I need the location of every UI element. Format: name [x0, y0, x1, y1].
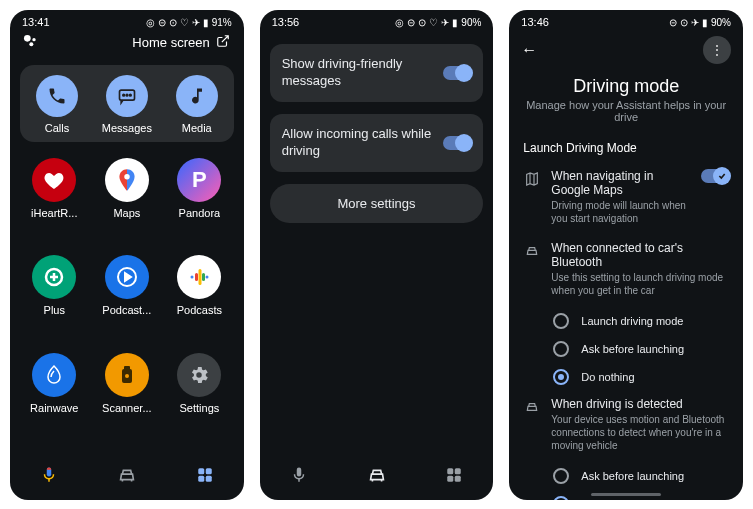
- app-plus[interactable]: Plus: [20, 255, 89, 344]
- app-settings[interactable]: Settings: [165, 353, 234, 442]
- map-icon: [523, 169, 541, 187]
- nav-apps[interactable]: [441, 462, 467, 488]
- heart-icon: [32, 158, 76, 202]
- svg-marker-10: [125, 273, 131, 281]
- option-driving-detected: When driving is detected Your device use…: [509, 391, 743, 462]
- podcast-icon: [105, 255, 149, 299]
- nav-mic[interactable]: [36, 462, 62, 488]
- app-podcast-addict[interactable]: Podcast...: [93, 255, 162, 344]
- top-bar: ← ⋮: [509, 30, 743, 70]
- header-row[interactable]: Home screen: [10, 30, 244, 59]
- status-time: 13:46: [521, 16, 549, 28]
- toggle-on[interactable]: [443, 66, 471, 80]
- svg-point-4: [123, 94, 125, 96]
- page-title: Driving mode: [509, 70, 743, 99]
- pandora-icon: P: [177, 158, 221, 202]
- app-maps[interactable]: Maps: [93, 158, 162, 247]
- quick-calls[interactable]: Calls: [36, 75, 78, 134]
- rain-icon: [32, 353, 76, 397]
- header-title: Home screen: [132, 35, 209, 50]
- quick-row: Calls Messages Media: [20, 65, 234, 142]
- app-google-podcasts[interactable]: Podcasts: [165, 255, 234, 344]
- status-icons: ⊝⊙✈▮90%: [669, 17, 731, 28]
- app-pandora[interactable]: P Pandora: [165, 158, 234, 247]
- section-launch: Launch Driving Mode: [509, 135, 743, 163]
- status-icons: ◎⊝⊙♡✈▮90%: [395, 17, 481, 28]
- phone-driving-mode: 13:46 ⊝⊙✈▮90% ← ⋮ Driving mode Manage ho…: [509, 10, 743, 500]
- svg-rect-17: [124, 366, 130, 370]
- radio-icon: [553, 341, 569, 357]
- status-icons: ◎⊝⊙♡✈▮91%: [146, 17, 232, 28]
- app-scanner[interactable]: Scanner...: [93, 353, 162, 442]
- open-icon[interactable]: [216, 34, 230, 51]
- radio-icon: [553, 468, 569, 484]
- svg-point-6: [129, 94, 131, 96]
- gear-icon: [177, 353, 221, 397]
- radio-icon-selected: [553, 496, 569, 500]
- quick-messages[interactable]: Messages: [102, 75, 152, 134]
- car-icon: [523, 241, 541, 259]
- back-button[interactable]: ←: [521, 41, 537, 59]
- car-icon: [523, 397, 541, 415]
- radio-ask[interactable]: Ask before launching: [509, 335, 743, 363]
- nav-mic[interactable]: [286, 462, 312, 488]
- music-icon: [176, 75, 218, 117]
- home-indicator[interactable]: [591, 493, 661, 496]
- setting-incoming-calls[interactable]: Allow incoming calls while driving: [270, 114, 484, 172]
- svg-rect-22: [205, 476, 211, 482]
- setting-driving-messages[interactable]: Show driving-friendly messages: [270, 44, 484, 102]
- svg-point-7: [124, 174, 129, 179]
- svg-point-1: [32, 38, 35, 41]
- svg-rect-19: [198, 468, 204, 474]
- nav-apps[interactable]: [192, 462, 218, 488]
- status-time: 13:56: [272, 16, 300, 28]
- phone-settings: 13:56 ◎⊝⊙♡✈▮90% Show driving-friendly me…: [260, 10, 494, 500]
- toggle-on[interactable]: [443, 136, 471, 150]
- page-subtitle: Manage how your Assistant helps in your …: [509, 99, 743, 135]
- app-iheartradio[interactable]: iHeartR...: [20, 158, 89, 247]
- radio-icon-selected: [553, 369, 569, 385]
- nav-car[interactable]: [114, 462, 140, 488]
- maps-icon: [105, 158, 149, 202]
- phone-home: 13:41 ◎⊝⊙♡✈▮91% Home screen Calls Messag…: [10, 10, 244, 500]
- svg-point-15: [206, 276, 209, 279]
- svg-rect-20: [205, 468, 211, 474]
- toggle-on-checked[interactable]: [701, 169, 729, 183]
- svg-rect-13: [199, 269, 202, 285]
- svg-rect-24: [455, 468, 461, 474]
- radio-ask-2[interactable]: Ask before launching: [509, 462, 743, 490]
- radio-icon: [553, 313, 569, 329]
- quick-media[interactable]: Media: [176, 75, 218, 134]
- option-google-maps[interactable]: When navigating in Google Maps Driving m…: [509, 163, 743, 235]
- scanner-icon: [105, 353, 149, 397]
- app-grid: iHeartR... Maps P Pandora Plus Podcast..…: [10, 148, 244, 452]
- svg-point-18: [125, 374, 129, 378]
- nav-car[interactable]: [364, 462, 390, 488]
- svg-rect-21: [198, 476, 204, 482]
- option-bluetooth: When connected to car's Bluetooth Use th…: [509, 235, 743, 307]
- svg-rect-14: [202, 273, 205, 281]
- message-icon: [106, 75, 148, 117]
- nav-bar: [10, 452, 244, 500]
- radio-launch[interactable]: Launch driving mode: [509, 307, 743, 335]
- svg-rect-25: [448, 476, 454, 482]
- status-time: 13:41: [22, 16, 50, 28]
- app-rainwave[interactable]: Rainwave: [20, 353, 89, 442]
- svg-point-11: [191, 276, 194, 279]
- radio-nothing[interactable]: Do nothing: [509, 363, 743, 391]
- svg-point-5: [126, 94, 128, 96]
- podcasts-icon: [177, 255, 221, 299]
- assistant-icon[interactable]: [22, 33, 38, 52]
- phone-icon: [36, 75, 78, 117]
- status-bar: 13:56 ◎⊝⊙♡✈▮90%: [260, 10, 494, 30]
- svg-rect-12: [195, 273, 198, 281]
- svg-point-2: [29, 42, 33, 46]
- overflow-menu[interactable]: ⋮: [703, 36, 731, 64]
- status-bar: 13:41 ◎⊝⊙♡✈▮91%: [10, 10, 244, 30]
- plus-icon: [32, 255, 76, 299]
- svg-rect-26: [455, 476, 461, 482]
- more-settings-button[interactable]: More settings: [270, 184, 484, 223]
- svg-rect-23: [448, 468, 454, 474]
- nav-bar: [260, 452, 494, 500]
- svg-point-0: [24, 35, 31, 42]
